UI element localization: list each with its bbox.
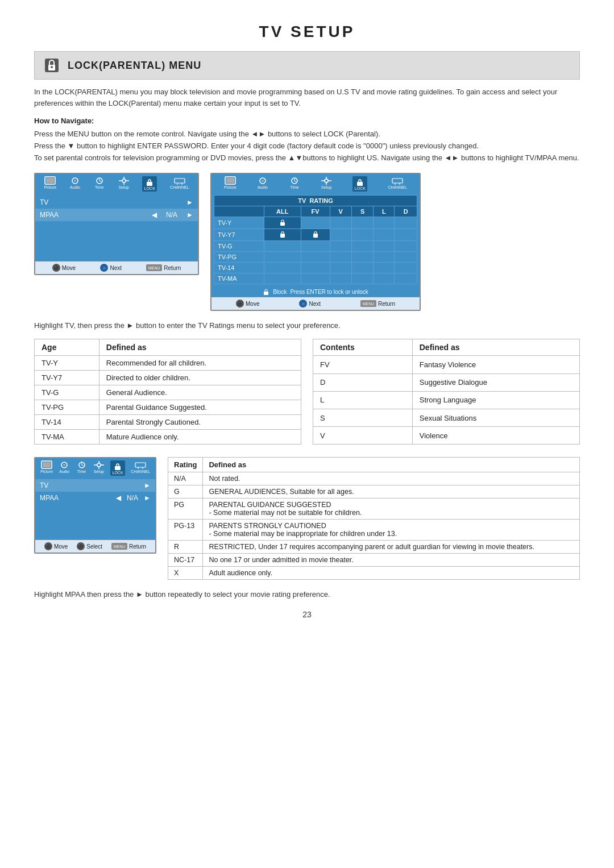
menu-topbar: Picture Audio Time Setup LOCK CHANNEL xyxy=(35,174,198,193)
content-cell: D xyxy=(313,373,413,391)
rating-defined-cell: PARENTS STRONGLY CAUTIONED- Some materia… xyxy=(203,520,580,541)
rating-table-row: RRESTRICTED, Under 17 requires accompany… xyxy=(168,541,580,554)
content-defined-cell: Fantasy Violence xyxy=(412,356,579,373)
svg-rect-40 xyxy=(43,462,51,467)
svg-rect-31 xyxy=(357,182,363,186)
svg-rect-35 xyxy=(280,222,285,226)
rating-cell: PG-13 xyxy=(168,520,203,541)
rating-table-row: N/ANot rated. xyxy=(168,472,580,485)
menu-footer-right: ⚫ Move ○ Next MENU Return xyxy=(211,297,420,310)
rating-table-row: NC-17No one 17 or under admitted in movi… xyxy=(168,554,580,567)
enter-notice: Press ENTER to lock or unlock xyxy=(291,289,368,295)
age-table-row: TV-14Parental Strongly Cautioned. xyxy=(35,415,301,430)
content-cell: S xyxy=(313,409,413,426)
rating-cell: NC-17 xyxy=(168,554,203,567)
intro-text: In the LOCK(PARENTAL) menu you may block… xyxy=(34,86,580,109)
menu-footer-bottom: ⚫ Move ⚫ Select MENU Return xyxy=(35,539,155,553)
svg-point-42 xyxy=(63,464,65,466)
channel-tab: CHANNEL xyxy=(170,176,189,192)
age-table-row: TV-PGParental Guidance Suggested. xyxy=(35,400,301,415)
age-table-row: TV-Y7Directed to older children. xyxy=(35,371,301,385)
svg-point-2 xyxy=(51,66,53,68)
age-table-row: TV-MAMature Audience only. xyxy=(35,430,301,445)
svg-point-10 xyxy=(122,179,126,182)
age-defined-cell: Parental Strongly Cautioned. xyxy=(99,415,301,430)
rating-cell: PG xyxy=(168,499,203,520)
svg-rect-51 xyxy=(115,466,121,470)
rating-row-tvma: TV-MA xyxy=(214,273,417,284)
block-notice: Block xyxy=(273,289,287,295)
age-defined-cell: Parental Guidance Suggested. xyxy=(99,400,301,415)
nav-instruction-3: To set parental controls for television … xyxy=(34,152,580,164)
content-defined-cell: Violence xyxy=(412,427,579,445)
rating-def-table: Rating Defined as N/ANot rated.GGENERAL … xyxy=(168,457,580,580)
svg-line-45 xyxy=(82,465,84,466)
svg-rect-37 xyxy=(313,234,318,238)
channel-tab-b: CHANNEL xyxy=(131,460,150,476)
age-cell: TV-14 xyxy=(35,415,99,430)
age-cell: TV-Y xyxy=(35,356,99,371)
rating-defined-cell: Adult audience only. xyxy=(203,567,580,580)
svg-point-6 xyxy=(74,180,76,182)
time-tab-r: Time xyxy=(289,176,300,192)
age-defined-cell: Directed to older children. xyxy=(99,371,301,385)
contents-table-row: LStrong Language xyxy=(313,391,580,409)
channel-tab-r: CHANNEL xyxy=(388,176,406,192)
svg-rect-36 xyxy=(280,234,285,238)
rating-table-row: XAdult audience only. xyxy=(168,567,580,580)
rating-row-tv14: TV-14 xyxy=(214,263,417,273)
age-col-header: Age xyxy=(35,339,99,356)
mpaa-row-b: MPAA ◀ N/A ► xyxy=(35,492,155,504)
nav-instructions: Press the MENU button on the remote cont… xyxy=(34,128,580,164)
how-to-navigate-label: How to Navigate: xyxy=(34,117,580,125)
page-number: 23 xyxy=(34,610,580,619)
highlight-instruction-1: Highlight TV, then press the ► button to… xyxy=(34,321,580,330)
menu-body-bottom: TV ► MPAA ◀ N/A ► xyxy=(35,477,155,539)
time-tab-b: Time xyxy=(76,460,88,476)
svg-rect-38 xyxy=(264,292,268,295)
rating-defined-cell: RESTRICTED, Under 17 requires accompanyi… xyxy=(203,541,580,554)
svg-line-9 xyxy=(99,181,101,182)
lock-tab: LOCK xyxy=(142,176,157,192)
bottom-section: Picture Audio Time Setup LOCK CHANNEL xyxy=(34,457,580,580)
setup-tab: Setup xyxy=(118,176,130,192)
section-title: LOCK(PARENTAL) MENU xyxy=(68,60,201,72)
rating-defined-cell: Not rated. xyxy=(203,472,580,485)
highlight-instruction-2: Highlight MPAA then press the ► button r… xyxy=(34,590,580,599)
contents-table-row: SSexual Situations xyxy=(313,409,580,426)
rating-cell: N/A xyxy=(168,472,203,485)
section-header: LOCK(PARENTAL) MENU xyxy=(34,51,580,80)
rating-table-row: PG-13PARENTS STRONGLY CAUTIONED- Some ma… xyxy=(168,520,580,541)
rating-cell: R xyxy=(168,541,203,554)
time-tab: Time xyxy=(94,176,105,192)
content-defined-cell: Strong Language xyxy=(412,391,579,409)
footer-move: ⚫ Move xyxy=(52,264,76,272)
contents-col-header: Contents xyxy=(313,339,413,356)
picture-tab: Picture xyxy=(44,176,56,192)
rating-table-row: PGPARENTAL GUIDANCE SUGGESTED- Some mate… xyxy=(168,499,580,520)
svg-rect-15 xyxy=(147,182,152,186)
rating-cell: X xyxy=(168,567,203,580)
rating-defined-cell: PARENTAL GUIDANCE SUGGESTED- Some materi… xyxy=(203,499,580,520)
lock-tab-r: LOCK xyxy=(352,176,367,192)
menu-topbar-right: Picture Audio Time Setup LOCK CHANNEL xyxy=(211,174,420,193)
nav-instruction-2: Press the ▼ button to highlight ENTER PA… xyxy=(34,140,580,152)
age-defined-cell: Recommended for all children. xyxy=(99,356,301,371)
age-cell: TV-Y7 xyxy=(35,371,99,385)
audio-tab-b: Audio xyxy=(59,460,70,476)
contents-table-row: FVFantasy Violence xyxy=(313,356,580,373)
lock-tab-b: LOCK xyxy=(110,460,125,476)
footer-return: MENU Return xyxy=(146,264,181,272)
age-table: Age Defined as TV-YRecommended for all c… xyxy=(34,339,301,445)
rating-row-tvy7: TV-Y7 xyxy=(214,229,417,241)
menu-footer-left: ⚫ Move ○ Next MENU Return xyxy=(35,261,198,274)
setup-tab-r: Setup xyxy=(321,176,332,192)
svg-rect-32 xyxy=(392,178,403,183)
menu-screen-right: Picture Audio Time Setup LOCK CHANNEL xyxy=(210,173,421,311)
age-defined-cell: General Audience. xyxy=(99,385,301,400)
content-defined-cell: Sexual Situations xyxy=(412,409,579,426)
rating-table: TV RATING ALLFVVSLD TV-Y xyxy=(214,195,417,284)
footer-next-r: ○ Next xyxy=(299,300,321,308)
menu-body-left: TV ► MPAA ◀ N/A ► xyxy=(35,193,198,261)
age-cell: TV-PG xyxy=(35,400,99,415)
